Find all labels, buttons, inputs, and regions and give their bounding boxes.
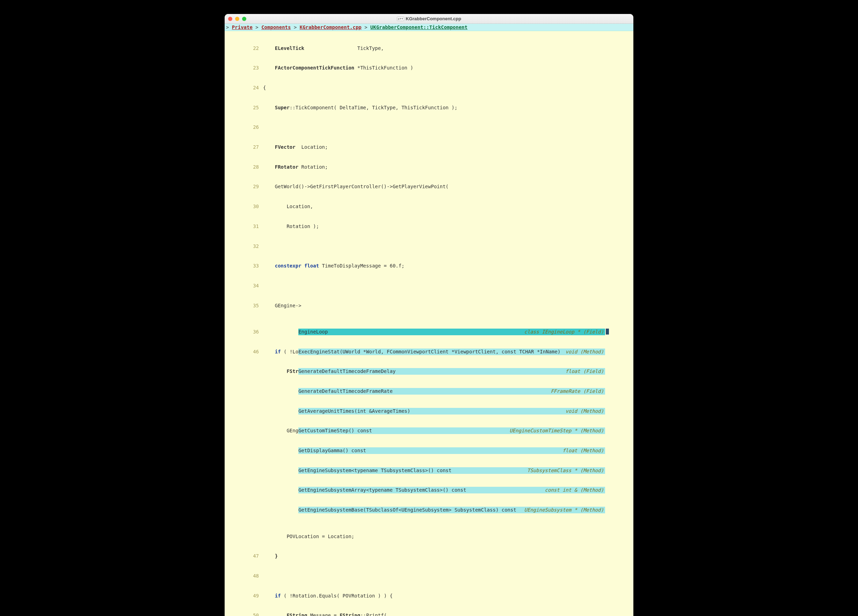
line-number — [225, 388, 263, 395]
code-line[interactable]: ELevelTick TickType, — [263, 45, 633, 52]
code-line[interactable]: FActorComponentTickFunction *ThisTickFun… — [263, 65, 633, 71]
autocomplete-type: TSubsystemClass * (Method) — [527, 467, 604, 474]
autocomplete-label: EngineLoop — [298, 329, 328, 335]
code-line[interactable]: GetDisplayGamma() constfloat (Method) — [263, 447, 633, 454]
line-number: 34 — [225, 282, 263, 289]
autocomplete-label: GetEngineSubsystemArray<typename TSubsys… — [298, 487, 466, 493]
code-line[interactable]: FString Message = FString::Printf( — [263, 612, 633, 616]
code-line[interactable]: if ( !Rotation.Equals( POVRotation ) ) { — [263, 593, 633, 599]
line-number — [225, 467, 263, 474]
editor-window: c++KGrabberComponent.cpp > Private > Com… — [225, 14, 633, 616]
line-number: 31 — [225, 223, 263, 230]
autocomplete-label: GetCustomTimeStep() const — [298, 427, 372, 434]
autocomplete-type: const int & (Method) — [545, 487, 604, 493]
code-line[interactable]: FStrGenerateDefaultTimecodeFrameDelayflo… — [263, 368, 633, 375]
autocomplete-item[interactable]: GetEngineSubsystem<typename TSubsystemCl… — [298, 467, 605, 474]
line-number: 46 — [225, 349, 263, 355]
autocomplete-item[interactable]: ExecEngineStat(UWorld *World, FCommonVie… — [298, 349, 605, 355]
breadcrumb-item[interactable]: UKGrabberComponent::TickComponent — [370, 25, 468, 30]
code-line[interactable]: GetEngineSubsystem<typename TSubsystemCl… — [263, 467, 633, 474]
window-title-text: KGrabberComponent.cpp — [406, 16, 461, 21]
line-number: 26 — [225, 124, 263, 130]
line-number: 50 — [225, 612, 263, 616]
code-line[interactable]: { — [263, 84, 633, 91]
autocomplete-label: ExecEngineStat(UWorld *World, FCommonVie… — [298, 349, 560, 355]
breadcrumb-sep: > — [226, 25, 232, 30]
autocomplete-item[interactable]: GetEngineSubsystemBase(TSubclassOf<UEngi… — [298, 507, 605, 514]
code-line[interactable]: GetAverageUnitTimes(int &AverageTimes)vo… — [263, 408, 633, 414]
line-number — [225, 447, 263, 454]
code-line[interactable]: } — [263, 553, 633, 559]
line-number: 22 — [225, 45, 263, 52]
line-number: 28 — [225, 164, 263, 171]
code-line[interactable]: Rotation ); — [263, 223, 633, 230]
autocomplete-type: void (Method) — [566, 349, 604, 355]
code-line[interactable] — [263, 282, 633, 289]
code-line[interactable]: GenerateDefaultTimecodeFrameRateFFrameRa… — [263, 388, 633, 395]
code-line[interactable] — [263, 243, 633, 250]
breadcrumb-item[interactable]: Private — [232, 25, 253, 30]
autocomplete-type: class IEngineLoop * (Field) — [524, 329, 604, 335]
titlebar: c++KGrabberComponent.cpp — [225, 14, 633, 24]
zoom-button[interactable] — [242, 17, 246, 21]
autocomplete-type: float (Field) — [566, 368, 604, 375]
line-number — [225, 487, 263, 493]
code-line[interactable]: GEngGetCustomTimeStep() constUEngineCust… — [263, 427, 633, 434]
autocomplete-type: UEngineCustomTimeStep * (Method) — [509, 427, 604, 434]
breadcrumb-sep: > — [294, 25, 300, 30]
autocomplete-item[interactable]: GenerateDefaultTimecodeFrameRateFFrameRa… — [298, 388, 605, 395]
editor-area[interactable]: 22 ELevelTick TickType, 23 FActorCompone… — [225, 31, 633, 616]
autocomplete-item[interactable]: GetEngineSubsystemArray<typename TSubsys… — [298, 487, 605, 493]
line-number — [225, 507, 263, 514]
autocomplete-label: GenerateDefaultTimecodeFrameDelay — [298, 368, 395, 375]
autocomplete-label: GetAverageUnitTimes(int &AverageTimes) — [298, 408, 410, 414]
breadcrumb-item[interactable]: Components — [261, 25, 291, 30]
line-number — [225, 368, 263, 375]
line-number: 33 — [225, 262, 263, 269]
code-line[interactable]: GetEngineSubsystemBase(TSubclassOf<UEngi… — [263, 507, 633, 514]
code-line[interactable]: constexpr float TimeToDisplayMessage = 6… — [263, 262, 633, 269]
line-number — [225, 408, 263, 414]
autocomplete-item[interactable]: GetCustomTimeStep() constUEngineCustomTi… — [298, 427, 605, 434]
code-line[interactable]: FVector Location; — [263, 144, 633, 151]
line-number: 35 — [225, 303, 263, 309]
code-line[interactable]: Super::TickComponent( DeltaTime, TickTyp… — [263, 104, 633, 111]
code-line[interactable]: GEngine-> — [263, 303, 633, 309]
close-button[interactable] — [228, 17, 232, 21]
line-number — [225, 427, 263, 434]
autocomplete-type: void (Method) — [566, 408, 604, 414]
autocomplete-item[interactable]: EngineLoopclass IEngineLoop * (Field) — [298, 329, 605, 335]
code-line[interactable] — [263, 124, 633, 130]
line-number: 29 — [225, 183, 263, 190]
code-line[interactable]: if ( !LoExecEngineStat(UWorld *World, FC… — [263, 349, 633, 355]
line-number: 30 — [225, 203, 263, 210]
autocomplete-type: UEngineSubsystem * (Method) — [524, 507, 604, 514]
code-line[interactable]: GetWorld()->GetFirstPlayerController()->… — [263, 183, 633, 190]
line-number: 49 — [225, 593, 263, 599]
code-line[interactable]: GetEngineSubsystemArray<typename TSubsys… — [263, 487, 633, 493]
breadcrumb-item[interactable]: KGrabberComponent.cpp — [300, 25, 362, 30]
line-number: 47 — [225, 553, 263, 559]
code-line[interactable]: FRotator Rotation; — [263, 164, 633, 171]
breadcrumb-sep: > — [255, 25, 261, 30]
code-line[interactable]: EngineLoopclass IEngineLoop * (Field) — [263, 329, 633, 335]
traffic-lights — [228, 17, 246, 21]
line-number: 27 — [225, 144, 263, 151]
breadcrumb: > Private > Components > KGrabberCompone… — [225, 24, 633, 31]
line-number: 25 — [225, 104, 263, 111]
autocomplete-item[interactable]: GetAverageUnitTimes(int &AverageTimes)vo… — [298, 408, 605, 414]
breadcrumb-sep: > — [364, 25, 370, 30]
code-line[interactable]: Location, — [263, 203, 633, 210]
window-title: c++KGrabberComponent.cpp — [225, 16, 633, 21]
autocomplete-item[interactable]: GenerateDefaultTimecodeFrameDelayfloat (… — [298, 368, 605, 375]
autocomplete-label: GetDisplayGamma() const — [298, 447, 366, 454]
line-number: 36 — [225, 329, 263, 335]
code-line[interactable]: POVLocation = Location; — [263, 533, 633, 540]
autocomplete-type: float (Method) — [563, 447, 604, 454]
minimize-button[interactable] — [235, 17, 239, 21]
line-number: 32 — [225, 243, 263, 250]
autocomplete-item[interactable]: GetDisplayGamma() constfloat (Method) — [298, 447, 605, 454]
autocomplete-label: GetEngineSubsystem<typename TSubsystemCl… — [298, 467, 451, 474]
code-line[interactable] — [263, 573, 633, 579]
autocomplete-label: GenerateDefaultTimecodeFrameRate — [298, 388, 393, 395]
